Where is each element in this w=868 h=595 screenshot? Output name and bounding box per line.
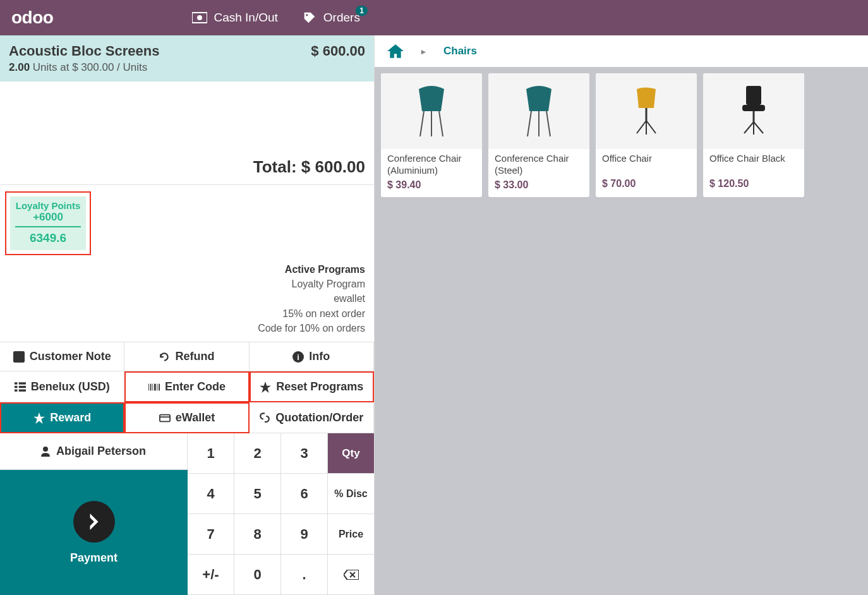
undo-icon [159,351,170,363]
numpad-qty[interactable]: Qty [328,433,375,474]
loyalty-add: +6000 [15,211,81,224]
svg-rect-12 [148,383,149,390]
chair-icon [406,83,457,140]
product-card[interactable]: Conference Chair (Aluminium) $ 39.40 [381,73,482,197]
user-icon [41,447,50,457]
enter-code-button[interactable]: Enter Code [124,371,249,402]
svg-rect-3 [13,351,25,363]
reset-programs-button[interactable]: Reset Programs [250,371,374,402]
svg-point-2 [306,14,308,16]
tag-icon [302,11,317,24]
numpad-sign[interactable]: +/- [188,555,234,595]
total-row: Total: $ 600.00 [0,151,374,185]
product-name: Office Chair Black [703,149,804,177]
svg-rect-18 [160,414,170,421]
product-name: Conference Chair (Steel) [488,149,589,178]
product-price: $ 70.00 [596,177,697,196]
chevron-right-icon [86,514,102,530]
svg-rect-9 [18,382,25,384]
product-name: Conference Chair (Aluminium) [381,149,482,178]
svg-rect-10 [18,386,25,388]
programs-head: Active Programs [9,262,365,277]
program-item: Code for 10% on orders [9,321,365,335]
svg-point-20 [43,447,48,452]
numpad-6[interactable]: 6 [281,474,328,514]
card-icon [159,412,171,424]
numpad-disc[interactable]: % Disc [328,474,375,514]
order-line[interactable]: Acoustic Bloc Screens 2.00 Units at $ 30… [0,35,374,81]
topbar: odoo Cash In/Out 1 Orders [0,0,868,35]
ewallet-button[interactable]: eWallet [124,402,249,433]
pricelist-button[interactable]: Benelux (USD) [0,371,124,402]
link-icon [259,412,270,423]
loyalty-total: 6349.6 [15,226,81,245]
svg-point-1 [197,15,202,20]
orderline-price: $ 600.00 [311,43,365,59]
program-item: 15% on next order [9,306,365,321]
svg-rect-33 [746,86,761,105]
numpad-2[interactable]: 2 [234,433,281,474]
svg-rect-16 [157,383,157,390]
info-icon: i [292,351,304,363]
active-programs: Active Programs Loyalty Program ewallet … [0,256,374,342]
cash-in-out-button[interactable]: Cash In/Out [192,11,277,25]
numpad-4[interactable]: 4 [188,474,234,514]
loyalty-label: Loyalty Points [15,200,81,211]
svg-rect-17 [159,383,160,390]
loyalty-points-box: Loyalty Points +6000 6349.6 [5,191,91,255]
reward-button[interactable]: Reward [0,402,124,433]
svg-line-37 [754,122,763,133]
list-icon [15,381,26,392]
svg-rect-15 [154,383,156,390]
numpad-7[interactable]: 7 [188,514,234,555]
logo: odoo [11,8,53,28]
barcode-icon [148,382,160,393]
numpad-0[interactable]: 0 [234,555,281,595]
orders-label: Orders [323,11,360,25]
payment-button[interactable]: Payment [0,470,188,595]
numpad: 1 2 3 Qty 4 5 6 % Disc 7 8 9 Price +/- 0… [188,433,375,595]
breadcrumb-category[interactable]: Chairs [443,45,477,57]
numpad-5[interactable]: 5 [234,474,281,514]
customer-button[interactable]: Abigail Peterson [0,433,188,469]
numpad-9[interactable]: 9 [281,514,328,555]
svg-rect-8 [15,390,18,392]
refund-button[interactable]: Refund [124,342,249,371]
backspace-icon [344,570,359,580]
svg-rect-6 [15,382,18,384]
svg-rect-7 [15,386,18,388]
svg-line-26 [527,111,531,136]
orderline-sub: 2.00 Units at $ 300.00 / Units [9,61,159,74]
svg-text:i: i [298,352,299,361]
product-card[interactable]: Office Chair Black $ 120.50 [703,73,804,197]
office-chair-icon [621,83,672,140]
program-item: Loyalty Program [9,277,365,291]
svg-line-24 [439,111,443,136]
quotation-button[interactable]: Quotation/Order [250,402,374,433]
product-card[interactable]: Conference Chair (Steel) $ 33.00 [488,73,589,197]
svg-rect-13 [150,383,152,390]
chevron-right-icon: ▸ [421,47,426,56]
customer-note-button[interactable]: Customer Note [0,342,124,371]
svg-line-27 [546,111,550,136]
product-card[interactable]: Office Chair $ 70.00 [596,73,697,197]
numpad-8[interactable]: 8 [234,514,281,555]
numpad-1[interactable]: 1 [188,433,234,474]
home-icon[interactable] [387,44,404,58]
orderline-name: Acoustic Bloc Screens [9,43,159,59]
numpad-3[interactable]: 3 [281,433,328,474]
numpad-price[interactable]: Price [328,514,375,555]
product-grid: Conference Chair (Aluminium) $ 39.40 Con… [375,67,868,203]
svg-line-31 [646,121,656,133]
svg-line-36 [744,122,754,133]
product-price: $ 39.40 [381,178,482,197]
numpad-backspace[interactable] [328,555,375,595]
note-icon [13,351,25,363]
numpad-dot[interactable]: . [281,555,328,595]
orders-button[interactable]: 1 Orders [302,11,360,25]
star-icon [260,382,271,393]
info-button[interactable]: i Info [250,342,374,371]
program-item: ewallet [9,291,365,306]
orders-badge: 1 [356,6,368,16]
svg-rect-34 [742,105,765,111]
